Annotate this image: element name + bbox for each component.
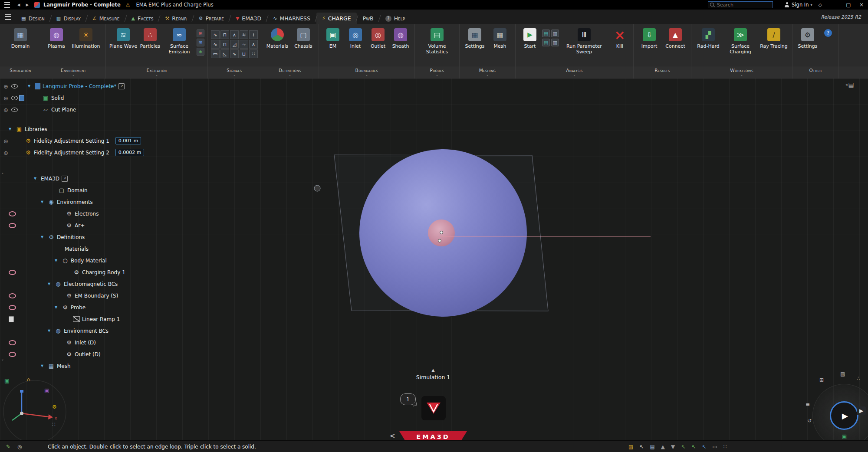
ribbon-button-surface-charging[interactable]: ≫Surface Charging [723,26,758,55]
tab-ema3d[interactable]: ▼EMA3D [230,13,267,24]
ribbon-button-surface-emission[interactable]: ≈Surface Emission [163,26,196,55]
ribbon-button-connect[interactable]: ▲Connect [663,26,688,49]
tree-row-definitions[interactable]: ▼⚙Definitions [0,231,269,243]
add-icon[interactable]: ⊕ [3,95,8,101]
stack-cubes-icon[interactable]: ⊞ [819,377,824,383]
ribbon-button-materials[interactable]: Materials [264,26,290,49]
report-icon[interactable]: ▤ [542,29,550,37]
ribbon-button-particles[interactable]: ∴Particles [138,26,162,49]
ribbon-button-kill[interactable]: ×Kill [609,26,630,49]
tab-pwb[interactable]: PwB [357,13,379,24]
emitter-red-icon[interactable]: ⊞ [197,29,204,37]
signal-icon[interactable]: ◿ [230,40,239,49]
add-icon[interactable]: ⊕ [3,83,8,89]
search-box[interactable] [708,1,773,8]
tree-row-domain[interactable]: ▢Domain [0,184,269,196]
ribbon-button-em[interactable]: ▣EM [322,26,344,49]
play-button[interactable]: ▶ [830,401,858,430]
tab-facets[interactable]: ▲Facets [126,13,159,24]
note-bubble[interactable]: 1 [400,393,416,405]
list-icon[interactable]: ≡ [806,401,810,407]
ribbon-button-illumination[interactable]: ☀Illumination [69,26,102,49]
orientation-gizmo[interactable]: x [0,377,74,440]
expander-icon[interactable]: ▼ [41,235,46,239]
layers-icon[interactable]: ▤ [650,444,654,450]
hidden-indicator-icon[interactable] [9,305,16,310]
cursor-p-icon[interactable]: ↖ [639,444,644,450]
group-dropdown-excitation-icon[interactable]: ˅ [106,75,207,79]
close-button[interactable]: × [855,0,868,10]
add-icon[interactable]: ⊕ [3,138,8,144]
banner-collapse-icon[interactable]: < [390,432,395,440]
home-icon[interactable]: ⌂ [27,377,30,383]
down-icon[interactable]: ▼ [671,444,675,450]
ribbon-button-outlet[interactable]: ◎Outlet [367,26,389,49]
ribbon-button-volume-statistics[interactable]: ▤Volume Statistics [418,26,456,55]
ribbon-button-sheath[interactable]: ◍Sheath [390,26,411,49]
tree-row-electrons[interactable]: ⚙Electrons [0,208,269,219]
group-dropdown-meshing-icon[interactable]: ˅ [460,75,515,79]
tree-row-inlet-d[interactable]: ⚙Inlet (D) [0,337,269,348]
expander-icon[interactable]: ▼ [34,177,39,180]
group-dropdown-boundaries-icon[interactable]: ˅ [319,75,414,79]
reset-icon[interactable]: ↺ [807,418,812,424]
signal-icon[interactable]: ⊔ [240,49,248,58]
tree-row-materials[interactable]: Materials [0,243,269,255]
forward-icon[interactable]: ▶ [23,3,32,7]
tree-row-linear-ramp-1[interactable]: Linear Ramp 1 [0,313,269,325]
view-gear-icon[interactable]: ⚙ [52,404,57,410]
ribbon-button-domain[interactable]: ▦Domain [3,26,38,49]
tree-scroll-up-icon[interactable]: ˄ [1,172,4,178]
tree-row-fidelity-1[interactable]: ⊕⚙Fidelity Adjustment Setting 10.001 m [0,135,269,147]
tab-design[interactable]: ▤Design [16,13,50,24]
tree-row-probe[interactable]: ▼⚙Probe [0,301,269,313]
nodes-icon[interactable]: ∴ [857,375,860,381]
signal-icon[interactable]: ⊓ [220,30,229,39]
warning-icon[interactable]: ⚠ [126,2,130,8]
view-cube-icon[interactable]: ◇ [819,2,822,8]
tree-row-electromagnetic-bcs[interactable]: ▼◍Electromagnetic BCs [0,278,269,290]
simulation-marker[interactable]: ▲ Simulation 1 [407,368,459,380]
group-dropdown-environment-icon[interactable]: ˅ [41,75,105,79]
dots-grid-icon[interactable]: ∷ [723,444,727,450]
open-external-icon[interactable]: ↗ [62,176,68,182]
ribbon-button-import[interactable]: ⇩Import [637,26,662,49]
tree-row-environment-bcs[interactable]: ▼◍Environment BCs [0,325,269,337]
group-dropdown-probes-icon[interactable]: ˅ [415,75,459,79]
emitter-green-icon[interactable]: ∗ [197,48,204,56]
signal-icon[interactable]: ≀ [249,30,258,39]
tree-row-charging-body-1[interactable]: ⚙Charging Body 1 [0,266,269,278]
tree-value-fidelity-2[interactable]: 0.0002 m [115,149,145,156]
select-blue-icon[interactable]: ↖ [702,444,706,450]
log-icon[interactable]: ▥ [551,29,559,37]
ribbon-button-rad-hard[interactable]: ▞Rad-Hard [694,26,722,49]
signal-icon[interactable]: ▭ [211,49,220,58]
panel-toggle[interactable]: ◂ ▤ [845,81,854,88]
signal-icon[interactable]: ∧ [230,30,239,39]
tree-row-solid[interactable]: ⊕▣Solid [0,92,269,104]
expander-icon[interactable]: ▼ [9,127,13,131]
hidden-indicator-icon[interactable] [9,340,16,345]
visibility-eye-icon[interactable] [11,108,18,112]
ema3d-logo[interactable] [421,396,446,420]
visibility-eye-icon[interactable] [11,96,18,100]
tree-row-mesh[interactable]: ▼▦Mesh [0,360,269,372]
report2-icon[interactable]: ▤ [542,39,550,46]
hidden-indicator-icon[interactable] [9,293,16,298]
tab-repair[interactable]: ⚒Repair [159,13,192,24]
tab-measure[interactable]: ∠Measure [87,13,125,24]
expander-icon[interactable]: ▼ [48,329,53,333]
sign-in-button[interactable]: Sign In [792,2,809,8]
back-icon[interactable]: ◀ [14,3,23,7]
open-external-icon[interactable]: ↗ [118,83,125,89]
signal-icon[interactable]: ◺ [220,49,229,58]
target-icon[interactable]: ◎ [17,444,22,450]
expander-icon[interactable]: ▼ [55,259,59,262]
hidden-indicator-icon[interactable] [9,270,16,275]
app-menu-icon[interactable] [0,2,14,8]
group-dropdown-analysis-icon[interactable]: ˅ [516,75,633,79]
tree-row-root[interactable]: ⊕▼Langmuir Probe - Complete*↗ [0,80,269,92]
file-menu-icon[interactable] [0,10,16,24]
ribbon-button-plane-wave[interactable]: ≋Plane Wave [109,26,138,49]
ribbon-button-help[interactable]: ? [821,26,835,37]
